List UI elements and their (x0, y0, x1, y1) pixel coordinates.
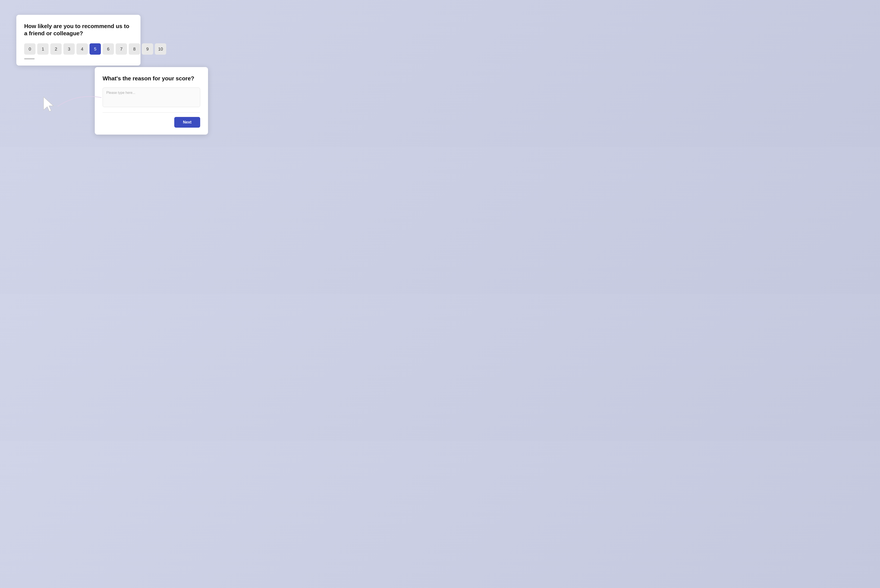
score-buttons-container: 0 1 2 3 4 5 6 7 8 9 10 (24, 44, 133, 55)
score-btn-6[interactable]: 6 (103, 44, 114, 55)
reason-textarea[interactable] (103, 87, 200, 107)
curved-line (56, 89, 104, 111)
cursor-arrow (42, 96, 58, 113)
score-btn-8[interactable]: 8 (129, 44, 140, 55)
next-button[interactable]: Next (174, 117, 200, 128)
reason-card: What's the reason for your score? Next (95, 67, 208, 135)
reason-card-footer: Next (103, 117, 200, 128)
score-btn-10[interactable]: 10 (155, 44, 166, 55)
score-btn-7[interactable]: 7 (116, 44, 127, 55)
scene: How likely are you to recommend us to a … (12, 10, 208, 137)
nps-card-footer (24, 58, 35, 60)
nps-card: How likely are you to recommend us to a … (17, 15, 141, 66)
svg-marker-0 (44, 97, 53, 111)
score-btn-0[interactable]: 0 (24, 44, 36, 55)
score-btn-1[interactable]: 1 (37, 44, 48, 55)
score-btn-9[interactable]: 9 (142, 44, 153, 55)
score-btn-3[interactable]: 3 (63, 44, 75, 55)
nps-question: How likely are you to recommend us to a … (24, 22, 133, 38)
reason-question: What's the reason for your score? (103, 75, 200, 82)
score-btn-2[interactable]: 2 (50, 44, 62, 55)
score-btn-4[interactable]: 4 (77, 44, 88, 55)
score-btn-5[interactable]: 5 (90, 44, 101, 55)
